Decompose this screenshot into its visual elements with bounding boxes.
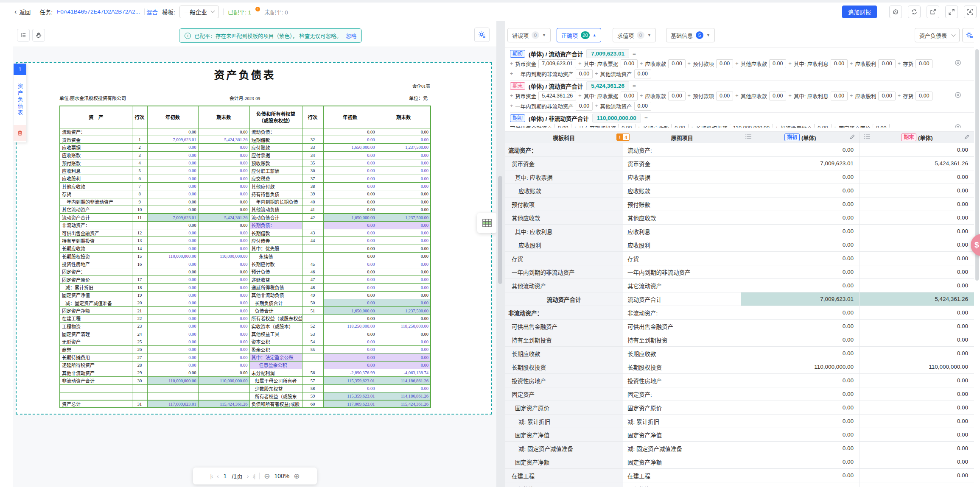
- formula-item-value[interactable]: 0.00: [769, 59, 786, 68]
- mapping-row[interactable]: 工程物资工程物资0.000.00: [505, 482, 974, 487]
- formula-item-value[interactable]: 0.00: [878, 92, 895, 100]
- mapping-row[interactable]: 固定资产净额固定资产净额0.000.00: [505, 455, 974, 469]
- formula-item-value[interactable]: 0.00: [878, 59, 895, 68]
- task-id-link[interactable]: F0A41B46572E47D2A2B72A2...: [57, 8, 140, 15]
- list-icon[interactable]: [864, 134, 871, 141]
- doc-cell: 盈余公积: [249, 346, 302, 353]
- zoom-in-button[interactable]: ⊕: [294, 472, 300, 481]
- eye-icon[interactable]: [955, 92, 961, 100]
- formula-item-value[interactable]: 110,000,000.00: [730, 124, 773, 128]
- eye-icon[interactable]: [955, 124, 961, 128]
- formula-item-value[interactable]: 0.00: [668, 92, 685, 100]
- mapping-row[interactable]: 可供出售金融资产可供出售金融资产0.000.00: [505, 320, 974, 333]
- add-report-button[interactable]: 追加财报: [842, 6, 877, 18]
- doc-cell: 55: [302, 346, 323, 353]
- mapping-row[interactable]: 货币资金货币资金7,009,623.015,424,361.26: [505, 157, 974, 170]
- formula-item-value[interactable]: 0.00: [576, 102, 593, 111]
- refresh-button[interactable]: [908, 6, 921, 18]
- tab-correct-items[interactable]: 正确项20▲: [557, 28, 601, 42]
- formula-item-value[interactable]: 0.00: [873, 124, 890, 128]
- mapping-row[interactable]: 在建工程在建工程0.000.00: [505, 469, 974, 482]
- formula-item-value[interactable]: 0.00: [831, 59, 848, 68]
- mapping-row[interactable]: 持有至到期投资持有至到期投资0.000.00: [505, 333, 974, 347]
- first-page-button[interactable]: |‹: [210, 473, 213, 479]
- formula-item-value[interactable]: 0.00: [634, 70, 651, 78]
- mapping-row[interactable]: 预付款项预付账款0.000.00: [505, 198, 974, 211]
- mapping-row[interactable]: 非流动资产：非流动资产:0.000.00: [505, 306, 974, 320]
- table-grid-button[interactable]: [477, 213, 497, 233]
- balance-sheet-document[interactable]: 资产负债表 会企01表 单位:丽水金汛股权投资有限公司 会计月:2023-09 …: [16, 62, 492, 415]
- edit-icon[interactable]: [964, 134, 970, 141]
- formula-item-value[interactable]: 0.00: [716, 59, 733, 68]
- formula-item-value[interactable]: 0.00: [618, 124, 635, 128]
- formula-item-value[interactable]: 0.00: [621, 92, 638, 100]
- doc-cell: 0.00: [323, 151, 377, 159]
- formula-item-value[interactable]: 0.00: [831, 92, 848, 100]
- export-button[interactable]: [927, 6, 939, 18]
- formula-item-value[interactable]: 0.00: [916, 59, 932, 68]
- formula-item-value[interactable]: 0.00: [671, 124, 688, 128]
- mapping-row[interactable]: 其中: 应收票据应收票据0.000.00: [505, 170, 974, 184]
- formula-item-value[interactable]: 5,424,361.26: [538, 92, 576, 100]
- doc-cell: 流动资产：: [60, 128, 132, 136]
- tab-basic-info[interactable]: 基础信息5▼: [666, 28, 715, 42]
- mapping-row[interactable]: 一年内到期的非流动资产一年内到期的非流动资产0.000.00: [505, 265, 974, 279]
- formula-item-value[interactable]: 0.00: [576, 70, 593, 78]
- mapping-row[interactable]: 应收股利应收股利0.000.00: [505, 238, 974, 252]
- zoom-out-button[interactable]: ⊖: [264, 472, 270, 481]
- mapping-row[interactable]: 流动资产合计流动资产合计7,009,623.015,424,361.26: [505, 292, 974, 306]
- sheet-tab-vertical[interactable]: 资产负债表: [14, 75, 26, 125]
- formula-item-value[interactable]: 0.00: [668, 59, 685, 68]
- doc-cell: 0.00: [147, 338, 198, 345]
- mapping-row[interactable]: 存货存货0.000.00: [505, 252, 974, 265]
- tab-eval-items[interactable]: 求值项0▼: [613, 28, 656, 42]
- prev-page-button[interactable]: ‹: [217, 473, 218, 479]
- mapping-row[interactable]: 长期股权投资长期股权投资110,000,000.00110,000,000.00: [505, 360, 974, 374]
- doc-cell: 应付职工薪酬: [249, 167, 302, 175]
- mapping-row[interactable]: 应收账款应收账款0.000.00: [505, 184, 974, 198]
- doc-cell: 0.00: [198, 221, 249, 229]
- document-settings-button[interactable]: [474, 28, 490, 42]
- closing-value-cell: 0.00: [860, 428, 974, 441]
- template-select[interactable]: 一般企业: [179, 6, 219, 18]
- back-button[interactable]: ‹返回: [14, 8, 31, 16]
- mapping-row[interactable]: 固定资产固定资产:0.000.00: [505, 387, 974, 401]
- mapping-row[interactable]: 减: 固定资产减值准备减: 固定资产减值准备0.000.00: [505, 442, 974, 455]
- ocr-focus-button[interactable]: [964, 6, 977, 18]
- last-page-button[interactable]: ›|: [252, 473, 255, 479]
- formula-item-value[interactable]: 0.00: [769, 92, 786, 100]
- mapping-row[interactable]: 其他流动资产其它流动资产0.000.00: [505, 279, 974, 292]
- hand-tool-button[interactable]: [32, 29, 45, 42]
- edit-icon[interactable]: [849, 134, 855, 141]
- opening-value-cell: 0.00: [741, 170, 860, 184]
- mapping-row[interactable]: 固定资产净值固定资产净值0.000.00: [505, 428, 974, 442]
- formula-item-value[interactable]: 0.00: [621, 59, 638, 68]
- formula-item-value[interactable]: 7,009,623.01: [538, 59, 576, 68]
- left-pane-scrollbar[interactable]: [498, 176, 502, 284]
- mapping-row[interactable]: 流动资产：流动资产:0.000.00: [505, 143, 974, 157]
- mapping-row[interactable]: 减: 累计折旧减: 累计折旧0.000.00: [505, 415, 974, 428]
- notice-ignore-link[interactable]: 忽略: [346, 32, 356, 40]
- doc-cell: [198, 392, 249, 400]
- formula-item-value[interactable]: 0.00: [916, 92, 932, 100]
- fullscreen-button[interactable]: [945, 6, 958, 18]
- tab-error-items[interactable]: 错误项0▼: [507, 28, 551, 42]
- formula-item-value[interactable]: 0.00: [814, 124, 831, 128]
- mapping-row[interactable]: 其中: 应收利息应收利息0.000.00: [505, 225, 974, 238]
- formula-item-value[interactable]: 0.00: [634, 102, 651, 111]
- outline-button[interactable]: [17, 29, 30, 42]
- list-icon[interactable]: [745, 134, 752, 141]
- mapping-row[interactable]: 投资性房地产投资性房地产0.000.00: [505, 374, 974, 387]
- eye-icon[interactable]: [955, 59, 961, 68]
- doc-row: 少数股东权益580.000.00: [60, 384, 431, 392]
- next-page-button[interactable]: ›: [247, 473, 248, 479]
- formula-item-value[interactable]: 0.00: [716, 92, 733, 100]
- delete-page-button[interactable]: [14, 125, 26, 141]
- mapping-row[interactable]: 固定资产原价固定资产原价0.000.00: [505, 401, 974, 415]
- mapping-row[interactable]: 其他应收款其他应收款0.000.00: [505, 211, 974, 225]
- history-button[interactable]: [889, 6, 902, 18]
- formula-item-value[interactable]: 0.00: [554, 124, 571, 128]
- mapping-row[interactable]: 长期应收款长期应收款0.000.00: [505, 347, 974, 360]
- sheet-select[interactable]: 资产负债表: [915, 28, 960, 42]
- template-subject-cell: 其他应收款: [505, 211, 623, 224]
